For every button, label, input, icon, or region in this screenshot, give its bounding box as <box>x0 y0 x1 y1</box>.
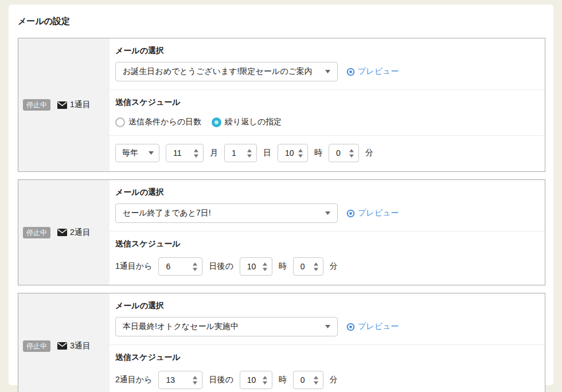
email-number-label: 3通目 <box>70 341 91 351</box>
stepper-icon[interactable] <box>313 376 319 385</box>
stepper-icon[interactable] <box>262 262 268 271</box>
days-after-input[interactable]: 13 <box>158 371 202 389</box>
chevron-down-icon <box>149 151 154 155</box>
hour-input[interactable]: 10 <box>240 371 272 389</box>
status-badge: 停止中 <box>23 227 50 238</box>
stepper-icon[interactable] <box>349 149 354 158</box>
schedule-label: 送信スケジュール <box>110 97 545 108</box>
preview-link[interactable]: プレビュー <box>346 66 399 77</box>
hour-input[interactable]: 10 <box>240 257 272 276</box>
month-input[interactable]: 11 <box>166 144 204 162</box>
mail-select-value: お誕生日おめでとうございます!限定セールのご案内 <box>123 66 313 77</box>
hour-value: 10 <box>247 375 256 385</box>
minute-input[interactable]: 0 <box>293 371 323 389</box>
divider <box>110 231 545 232</box>
mail-select-label: メールの選択 <box>110 46 545 56</box>
minute-input[interactable]: 0 <box>329 144 359 162</box>
preview-link[interactable]: プレビュー <box>346 208 399 218</box>
from-label: 2通目から <box>115 375 152 385</box>
mail-select-value: 本日最終!オトクなセール実施中 <box>123 322 239 332</box>
email-1-side-panel: 停止中 1通目 <box>18 38 110 171</box>
preview-link[interactable]: プレビュー <box>346 322 399 332</box>
chevron-down-icon <box>325 325 330 328</box>
radio-option-repeat[interactable]: 繰り返しの指定 <box>212 117 282 127</box>
mail-settings-card: メールの設定 停止中 1通目 メールの選択 お誕生日おめでとうございます!限定セ… <box>9 5 553 385</box>
unit-label: 分 <box>365 148 373 158</box>
mail-select-label: メールの選択 <box>110 301 545 311</box>
mail-select-label: メールの選択 <box>110 187 545 198</box>
mail-select-dropdown[interactable]: お誕生日おめでとうございます!限定セールのご案内 <box>115 62 338 81</box>
minute-value: 0 <box>300 262 305 271</box>
email-number: 3通目 <box>57 341 91 351</box>
preview-label: プレビュー <box>358 208 399 218</box>
email-2-side-panel: 停止中 2通目 <box>18 180 110 285</box>
stepper-icon[interactable] <box>192 376 198 385</box>
envelope-icon <box>57 342 67 350</box>
radio-unselected-icon <box>115 117 125 127</box>
month-value: 11 <box>173 148 182 158</box>
unit-label: 時 <box>279 261 287 272</box>
email-block-3: 停止中 3通目 メールの選択 本日最終!オトクなセール実施中 <box>18 293 545 392</box>
frequency-select[interactable]: 毎年 <box>115 144 159 162</box>
email-2-main: メールの選択 セール終了まであと7日! プレビュー 送信スケジュール <box>110 180 545 285</box>
page-title: メールの設定 <box>18 16 545 27</box>
unit-label: 月 <box>210 148 218 158</box>
eye-icon <box>346 323 355 331</box>
from-label: 1通目から <box>115 261 152 272</box>
chevron-down-icon <box>325 211 330 215</box>
hour-input[interactable]: 10 <box>278 144 308 162</box>
hour-value: 10 <box>285 148 294 158</box>
email-number: 1通目 <box>57 100 91 110</box>
email-number: 2通目 <box>57 228 91 238</box>
unit-label: 日 <box>263 148 271 158</box>
hour-value: 10 <box>247 262 256 271</box>
status-badge: 停止中 <box>23 99 50 111</box>
day-value: 1 <box>232 148 236 158</box>
envelope-icon <box>57 229 67 236</box>
stepper-icon[interactable] <box>193 149 199 158</box>
schedule-label: 送信スケジュール <box>110 239 545 249</box>
radio-option-label: 繰り返しの指定 <box>225 117 282 127</box>
frequency-value: 毎年 <box>122 148 138 158</box>
unit-label: 分 <box>330 375 338 385</box>
stepper-icon[interactable] <box>262 376 268 385</box>
email-number-label: 2通目 <box>70 228 91 238</box>
days-after-input[interactable]: 6 <box>158 257 202 276</box>
minute-input[interactable]: 0 <box>293 257 323 276</box>
mail-select-dropdown[interactable]: セール終了まであと7日! <box>115 203 338 223</box>
days-value: 6 <box>166 262 170 271</box>
radio-option-days-from-condition[interactable]: 送信条件からの日数 <box>115 117 201 127</box>
email-block-1: 停止中 1通目 メールの選択 お誕生日おめでとうございます!限定セールのご案内 <box>18 38 545 172</box>
unit-label: 日後の <box>209 375 233 385</box>
chevron-down-icon <box>325 70 330 73</box>
stepper-icon[interactable] <box>247 149 252 158</box>
divider <box>110 135 545 136</box>
day-input[interactable]: 1 <box>224 144 257 162</box>
email-number-label: 1通目 <box>70 100 91 110</box>
radio-option-label: 送信条件からの日数 <box>128 117 201 127</box>
email-3-side-panel: 停止中 3通目 <box>18 293 110 392</box>
preview-label: プレビュー <box>358 66 399 77</box>
schedule-label: 送信スケジュール <box>110 352 545 363</box>
unit-label: 時 <box>279 375 287 385</box>
email-1-main: メールの選択 お誕生日おめでとうございます!限定セールのご案内 プレビュー 送信… <box>110 38 545 171</box>
stepper-icon[interactable] <box>313 262 319 271</box>
divider <box>110 344 545 345</box>
email-block-2: 停止中 2通目 メールの選択 セール終了まであと7日! <box>18 179 545 285</box>
status-badge: 停止中 <box>23 340 50 352</box>
mail-select-dropdown[interactable]: 本日最終!オトクなセール実施中 <box>115 317 338 336</box>
unit-label: 日後の <box>209 261 233 272</box>
days-value: 13 <box>166 375 175 385</box>
unit-label: 時 <box>314 148 322 158</box>
unit-label: 分 <box>330 261 338 272</box>
stepper-icon[interactable] <box>298 149 303 158</box>
mail-select-value: セール終了まであと7日! <box>123 208 211 218</box>
preview-label: プレビュー <box>358 322 399 332</box>
minute-value: 0 <box>300 375 305 385</box>
radio-selected-icon <box>212 117 221 127</box>
divider <box>110 89 545 90</box>
email-3-main: メールの選択 本日最終!オトクなセール実施中 プレビュー 送信スケジュール <box>110 293 545 392</box>
envelope-icon <box>57 101 67 109</box>
eye-icon <box>346 68 355 76</box>
stepper-icon[interactable] <box>192 262 198 271</box>
